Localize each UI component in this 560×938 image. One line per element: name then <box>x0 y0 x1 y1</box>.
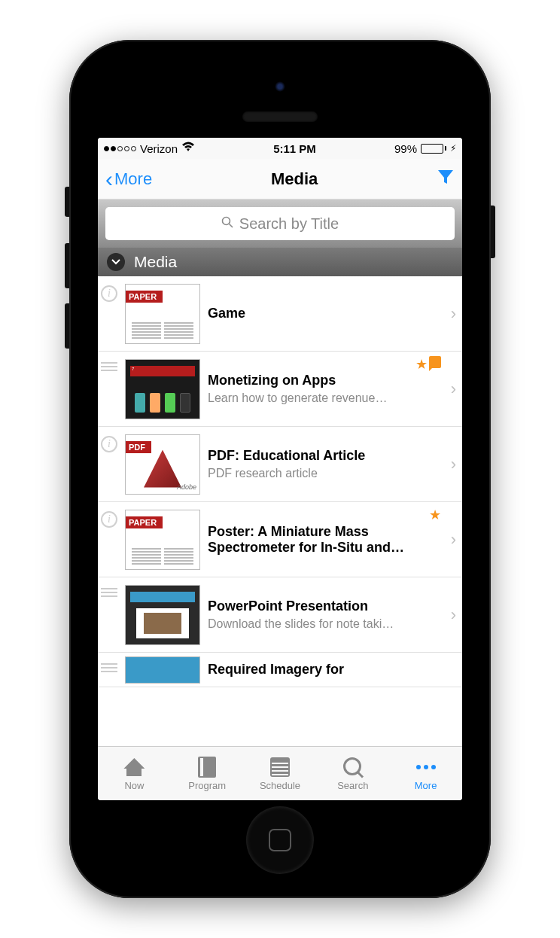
search-placeholder: Search by Title <box>239 215 339 233</box>
media-list[interactable]: iPAPERGame›7Monetizing on AppsLearn how … <box>98 276 462 746</box>
section-title: Media <box>134 253 177 271</box>
chevron-right-icon: › <box>451 605 456 625</box>
list-item[interactable]: iPAPERPoster: A Miniature Mass Spectrome… <box>98 502 462 577</box>
chevron-right-icon: › <box>451 530 456 550</box>
funnel-icon <box>437 169 455 185</box>
tab-bar: NowProgramScheduleSearchMore <box>98 746 462 800</box>
mag-icon <box>343 756 363 778</box>
item-subtitle: Learn how to generate revenue… <box>208 391 443 405</box>
house-icon <box>123 756 145 778</box>
home-button[interactable] <box>246 806 314 874</box>
phone-frame: Verizon 5:11 PM 99% ⚡︎ ‹ More Media <box>69 40 491 898</box>
item-subtitle: PDF research article <box>208 467 443 480</box>
drag-handle-icon[interactable] <box>101 588 117 597</box>
info-icon[interactable]: i <box>101 436 117 452</box>
screen: Verizon 5:11 PM 99% ⚡︎ ‹ More Media <box>98 138 462 800</box>
note-icon <box>429 356 441 368</box>
tab-label: More <box>415 780 437 791</box>
row-body: PowerPoint PresentationDownload the slid… <box>208 598 443 631</box>
tab-label: Program <box>188 780 226 791</box>
tab-label: Schedule <box>260 780 300 791</box>
item-subtitle: Download the slides for note taki… <box>208 617 443 631</box>
drag-handle-icon[interactable] <box>101 362 117 371</box>
search-input[interactable]: Search by Title <box>105 207 455 240</box>
battery-percent: 99% <box>394 142 417 155</box>
chevron-right-icon: › <box>451 455 456 474</box>
row-body: Monetizing on AppsLearn how to generate … <box>208 373 443 405</box>
tab-label: Search <box>337 780 368 791</box>
thumbnail <box>125 585 200 645</box>
tab-label: Now <box>124 780 144 791</box>
chevron-right-icon: › <box>451 304 456 324</box>
row-body: Poster: A Miniature Mass Spectrometer fo… <box>208 524 443 555</box>
section-header[interactable]: Media <box>98 248 462 276</box>
item-title: PDF: Educational Article <box>208 448 443 464</box>
page-title: Media <box>271 169 318 189</box>
filter-button[interactable] <box>437 169 455 190</box>
tab-search[interactable]: Search <box>316 747 389 800</box>
item-title: Game <box>208 306 443 321</box>
list-item[interactable]: PowerPoint PresentationDownload the slid… <box>98 577 462 653</box>
search-icon <box>221 216 233 232</box>
list-item[interactable]: Required Imagery for <box>98 653 462 687</box>
thumbnail: 7 <box>125 359 200 419</box>
list-item[interactable]: 7Monetizing on AppsLearn how to generate… <box>98 352 462 427</box>
mute-switch <box>65 187 69 217</box>
dots-icon <box>416 756 436 778</box>
thumbnail: PDFAdobe <box>125 434 200 495</box>
nav-bar: ‹ More Media <box>98 159 462 199</box>
item-title: PowerPoint Presentation <box>208 598 443 614</box>
clock: 5:11 PM <box>273 142 316 155</box>
search-bar-container: Search by Title <box>98 199 462 248</box>
star-icon: ★ <box>415 356 428 373</box>
chevron-right-icon: › <box>451 379 456 399</box>
chevron-left-icon: ‹ <box>105 168 113 190</box>
volume-up <box>65 243 69 288</box>
item-title: Monetizing on Apps <box>208 373 443 388</box>
row-body: PDF: Educational ArticlePDF research art… <box>208 448 443 480</box>
battery-icon <box>421 144 446 154</box>
item-title: Required Imagery for <box>208 662 456 678</box>
back-button[interactable]: ‹ More <box>105 168 152 190</box>
item-badges: ★ <box>415 356 441 373</box>
row-body: Required Imagery for <box>208 662 456 678</box>
status-bar: Verizon 5:11 PM 99% ⚡︎ <box>98 138 462 159</box>
tab-program[interactable]: Program <box>171 747 244 800</box>
thumbnail: PAPER <box>125 510 200 570</box>
tab-schedule[interactable]: Schedule <box>244 747 317 800</box>
tab-more[interactable]: More <box>389 747 462 800</box>
list-item[interactable]: iPAPERGame› <box>98 276 462 352</box>
svg-point-0 <box>222 217 230 224</box>
item-title: Poster: A Miniature Mass Spectrometer fo… <box>208 524 443 555</box>
info-icon[interactable]: i <box>101 511 117 528</box>
cal-icon <box>270 756 290 778</box>
info-icon[interactable]: i <box>101 285 117 302</box>
back-label: More <box>114 169 152 189</box>
row-body: Game <box>208 306 443 321</box>
book-icon <box>198 756 216 778</box>
signal-icon <box>104 146 136 151</box>
list-item[interactable]: iPDFAdobePDF: Educational ArticlePDF res… <box>98 427 462 502</box>
thumbnail <box>125 656 200 684</box>
tab-now[interactable]: Now <box>98 747 171 800</box>
carrier-label: Verizon <box>140 142 178 155</box>
power-button <box>491 206 495 258</box>
chevron-down-icon <box>107 253 125 271</box>
thumbnail: PAPER <box>125 284 200 344</box>
star-icon: ★ <box>429 507 441 523</box>
wifi-icon <box>181 142 195 155</box>
phone-speaker <box>242 111 318 122</box>
svg-line-1 <box>229 224 233 227</box>
drag-handle-icon[interactable] <box>101 663 117 672</box>
volume-down <box>65 303 69 349</box>
item-badges: ★ <box>429 507 441 523</box>
charging-icon: ⚡︎ <box>450 143 456 154</box>
